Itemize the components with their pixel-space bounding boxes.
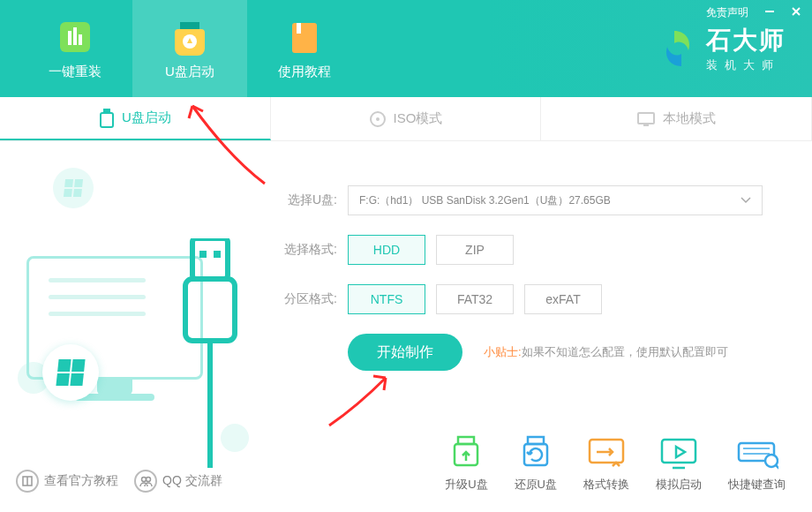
action-format-convert[interactable]: 格式转换 — [583, 434, 629, 493]
brand-sub: 装机大师 — [706, 57, 786, 73]
iso-icon — [369, 110, 387, 128]
footer-links: 查看官方教程 QQ 交流群 — [16, 470, 222, 493]
convert-icon — [585, 434, 628, 471]
usb-plug-illustration — [177, 238, 247, 468]
svg-rect-14 — [638, 113, 654, 124]
reinstall-icon — [56, 18, 94, 56]
tab-local-mode[interactable]: 本地模式 — [541, 97, 812, 140]
tip-label: 小贴士: — [484, 345, 522, 358]
svg-rect-17 — [199, 251, 207, 258]
simulate-icon — [658, 434, 700, 471]
partition-option-fat32[interactable]: FAT32 — [436, 284, 514, 314]
svg-point-13 — [376, 117, 380, 121]
link-qq-group[interactable]: QQ 交流群 — [134, 470, 222, 493]
svg-line-32 — [776, 465, 778, 469]
partition-option-ntfs[interactable]: NTFS — [348, 284, 425, 314]
action-upgrade-usb[interactable]: 升级U盘 — [445, 434, 487, 493]
nav: 一键重装 U盘启动 使用教程 — [0, 0, 362, 97]
restore-usb-icon — [515, 434, 557, 471]
book-icon — [16, 470, 39, 493]
action-label: 模拟启动 — [656, 477, 702, 493]
svg-rect-11 — [101, 113, 113, 127]
start-button[interactable]: 开始制作 — [348, 334, 462, 371]
people-icon — [134, 470, 157, 493]
monitor-icon — [636, 111, 656, 127]
svg-point-31 — [765, 455, 778, 467]
format-option-hdd[interactable]: HDD — [348, 235, 425, 265]
partition-label: 分区格式: — [274, 291, 337, 307]
tip-text: 如果不知道怎么配置，使用默认配置即可 — [522, 345, 728, 358]
usb-select[interactable]: F:G:（hd1） USB SanDisk 3.2Gen1（U盘）27.65GB — [348, 185, 763, 215]
disclaimer-link[interactable]: 免责声明 — [706, 5, 748, 20]
deco-circle — [53, 168, 94, 208]
link-label: 查看官方教程 — [44, 473, 118, 489]
action-label: 升级U盘 — [445, 477, 487, 493]
tab-label: ISO模式 — [394, 110, 443, 127]
svg-rect-18 — [214, 251, 221, 258]
svg-rect-9 — [297, 23, 301, 34]
usb-boot-icon — [170, 18, 209, 56]
usb-select-label: 选择U盘: — [274, 192, 337, 208]
link-label: QQ 交流群 — [162, 473, 222, 489]
partition-option-exfat[interactable]: exFAT — [524, 284, 602, 314]
hotkey-icon — [736, 434, 778, 471]
chevron-down-icon — [741, 197, 751, 204]
svg-rect-4 — [68, 31, 71, 45]
svg-point-34 — [147, 478, 151, 482]
brand-logo-icon — [657, 27, 699, 70]
svg-rect-8 — [292, 23, 317, 53]
nav-label: 使用教程 — [278, 64, 331, 80]
usb-icon — [99, 109, 115, 128]
format-option-zip[interactable]: ZIP — [436, 235, 514, 265]
nav-item-tutorial[interactable]: 使用教程 — [247, 0, 362, 97]
svg-rect-6 — [79, 34, 82, 45]
action-restore-usb[interactable]: 还原U盘 — [515, 434, 557, 493]
tip: 小贴士:如果不知道怎么配置，使用默认配置即可 — [484, 344, 728, 360]
tab-label: 本地模式 — [663, 110, 716, 127]
tabbar: U盘启动 ISO模式 本地模式 — [0, 97, 812, 141]
nav-item-reinstall[interactable]: 一键重装 — [18, 0, 132, 97]
header: 免责声明 一键重装 U盘启动 使用教程 — [0, 0, 812, 97]
bottom-actions: 升级U盘 还原U盘 格式转换 模拟启动 快捷键查询 — [445, 434, 786, 493]
upgrade-usb-icon — [445, 434, 487, 471]
svg-rect-5 — [73, 27, 77, 45]
brand-name: 石大师 — [706, 24, 786, 57]
action-hotkey-query[interactable]: 快捷键查询 — [728, 434, 786, 493]
nav-label: U盘启动 — [165, 64, 214, 80]
close-icon — [791, 6, 801, 17]
tab-usb-boot[interactable]: U盘启动 — [0, 97, 271, 140]
svg-rect-16 — [192, 238, 228, 279]
action-simulate-boot[interactable]: 模拟启动 — [656, 434, 702, 493]
minimize-icon — [764, 6, 775, 17]
format-label: 选择格式: — [274, 242, 337, 258]
svg-rect-19 — [185, 279, 235, 341]
svg-rect-24 — [524, 444, 547, 465]
windows-badge — [42, 344, 99, 401]
nav-label: 一键重装 — [49, 64, 102, 80]
action-label: 快捷键查询 — [728, 477, 786, 493]
link-official-tutorial[interactable]: 查看官方教程 — [16, 470, 118, 493]
action-label: 还原U盘 — [515, 477, 557, 493]
minimize-button[interactable] — [764, 6, 775, 19]
tutorial-icon — [285, 18, 324, 56]
nav-item-usb-boot[interactable]: U盘启动 — [132, 0, 247, 97]
titlebar: 免责声明 — [695, 0, 812, 26]
illustration — [0, 141, 265, 512]
action-label: 格式转换 — [583, 477, 629, 493]
svg-rect-26 — [662, 440, 695, 463]
tab-label: U盘启动 — [122, 109, 171, 126]
tab-iso-mode[interactable]: ISO模式 — [271, 97, 542, 140]
close-button[interactable] — [791, 6, 801, 19]
usb-select-value: F:G:（hd1） USB SanDisk 3.2Gen1（U盘）27.65GB — [359, 193, 611, 208]
